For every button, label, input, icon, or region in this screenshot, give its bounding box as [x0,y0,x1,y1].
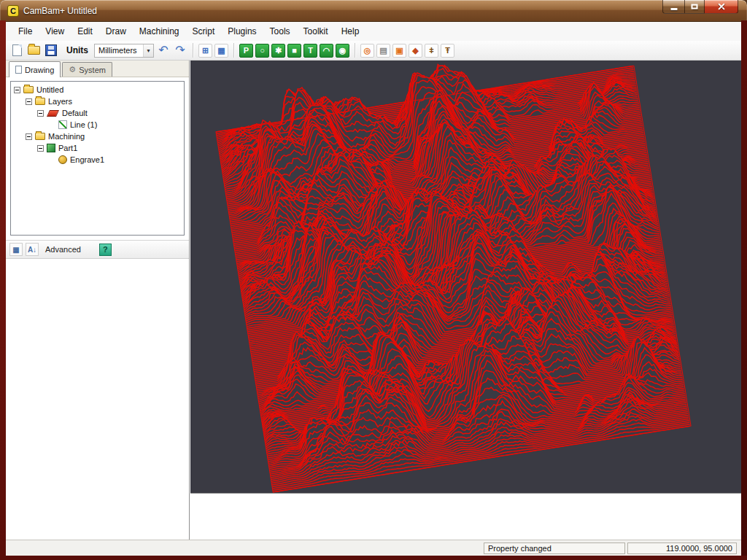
units-value: Millimeters [95,46,143,55]
tab-system-label: System [79,66,106,74]
tree-node-machining[interactable]: Machining [11,131,184,142]
chevron-down-icon[interactable]: ▾ [143,44,153,57]
draw-point-icon[interactable]: P [239,44,253,58]
tree-node-untitled[interactable]: Untitled [11,84,184,96]
status-message: Property changed [484,542,625,554]
viewport-3d[interactable] [190,61,741,493]
tab-drawing-label: Drawing [25,66,54,74]
tree-node-line[interactable]: Line (1) [11,119,184,131]
layer-icon [47,110,59,117]
draw-rectangle-icon[interactable]: ■ [287,44,301,58]
titlebar[interactable]: C CamBam+ Untitled [0,0,747,22]
menu-help[interactable]: Help [335,23,366,39]
tree-node-layers[interactable]: Layers [11,96,184,107]
menu-script[interactable]: Script [186,23,222,39]
folder-icon [35,98,45,105]
window-title: CamBam+ Untitled [23,6,97,16]
engrave-toolpath-icon[interactable]: ◆ [409,44,422,58]
redo-icon[interactable]: ↷ [173,43,187,58]
grid-toggle-icon[interactable]: ▦ [214,44,228,58]
line-icon [58,120,67,129]
zoom-to-fit-icon[interactable]: ⊞ [198,44,212,58]
tab-drawing[interactable]: Drawing [9,61,61,77]
left-panel: Drawing ⚙ System Untitled [6,61,190,540]
tree-node-label: Engrave1 [70,155,104,164]
close-button[interactable] [705,0,738,14]
part-icon [47,144,55,152]
main-toolbar: Units Millimeters ▾ ↶ ↷ ⊞ ▦ P ○ ✱ ■ T ◠ … [6,41,741,61]
draw-point-list-icon[interactable]: ✱ [271,44,285,58]
help-button[interactable]: ? [99,244,112,256]
folder-icon [35,133,45,140]
menu-file[interactable]: File [12,23,39,39]
tree-node-label: Layers [48,97,72,106]
advanced-toggle[interactable]: Advanced [42,244,85,255]
menu-draw[interactable]: Draw [99,23,133,39]
viewport-container [190,61,741,540]
collapse-icon[interactable] [37,110,44,117]
app-window: C CamBam+ Untitled File View Edit Draw M… [0,0,747,560]
wrench-icon: ⚙ [69,65,76,74]
collapse-icon[interactable] [26,98,32,105]
draw-circle-icon[interactable]: ○ [255,44,269,58]
draw-surface-icon[interactable]: ◉ [336,44,349,58]
undo-icon[interactable]: ↶ [156,43,171,58]
maximize-button[interactable] [684,0,705,14]
profile-toolpath-icon[interactable]: ▣ [392,44,406,58]
menu-plugins[interactable]: Plugins [221,23,263,39]
units-select[interactable]: Millimeters ▾ [94,44,154,58]
sort-az-icon[interactable]: A↓ [26,243,39,256]
collapse-icon[interactable] [37,145,44,152]
tree-node-label: Part1 [58,144,77,152]
units-label: Units [66,45,88,55]
caption-buttons [662,0,738,14]
engrave-icon [58,155,67,164]
page-icon [15,66,22,74]
window-frame-bottom [0,556,747,560]
tap-icon[interactable]: Ŧ [441,44,454,58]
menubar: File View Edit Draw Machining Script Plu… [6,22,741,41]
properties-toolbar: ▦ A↓ Advanced ? [6,240,189,259]
statusbar: Property changed 119.0000, 95.0000 [6,540,741,556]
pocket-toolpath-icon[interactable]: ▤ [376,44,390,58]
collapse-icon[interactable] [14,87,20,93]
screw-icon[interactable]: ǂ [425,44,438,58]
tree-node-label: Machining [48,132,85,141]
categorized-view-icon[interactable]: ▦ [9,243,23,256]
panel-tabstrip: Drawing ⚙ System [6,61,189,77]
tree-node-label: Line (1) [70,120,97,129]
tab-system[interactable]: ⚙ System [62,62,112,77]
folder-icon [23,86,34,93]
tree-node-engrave1[interactable]: Engrave1 [11,154,184,166]
open-file-icon[interactable] [28,46,40,55]
menu-tools[interactable]: Tools [263,23,297,39]
new-file-icon[interactable] [12,44,22,56]
minimize-button[interactable] [662,0,684,14]
window-frame-right [741,20,747,560]
menu-machining[interactable]: Machining [133,23,186,39]
menu-toolkit[interactable]: Toolkit [297,23,335,39]
draw-arc-icon[interactable]: ◠ [320,44,333,58]
menu-edit[interactable]: Edit [71,23,99,39]
draw-text-icon[interactable]: T [303,44,317,58]
cursor-coordinates: 119.0000, 95.0000 [627,542,737,554]
minimize-icon [670,8,677,10]
maximize-icon [692,4,698,9]
tree-node-default-layer[interactable]: Default [11,107,184,119]
toolbar-separator [233,43,234,58]
menu-view[interactable]: View [39,23,71,39]
cambam-logo-icon: C [7,5,19,17]
drill-toolpath-icon[interactable]: ◎ [360,44,374,58]
viewport-footer [190,493,741,540]
save-file-icon[interactable] [45,44,57,56]
window-frame-left [0,20,6,560]
tree-node-label: Untitled [36,85,63,94]
toolbar-separator [193,43,193,58]
tree-node-label: Default [62,109,88,117]
toolbar-separator [355,43,355,58]
collapse-icon[interactable] [26,133,32,140]
tree-node-part1[interactable]: Part1 [11,142,184,154]
drawing-tree: Untitled Layers Default Line (1) [10,81,185,236]
